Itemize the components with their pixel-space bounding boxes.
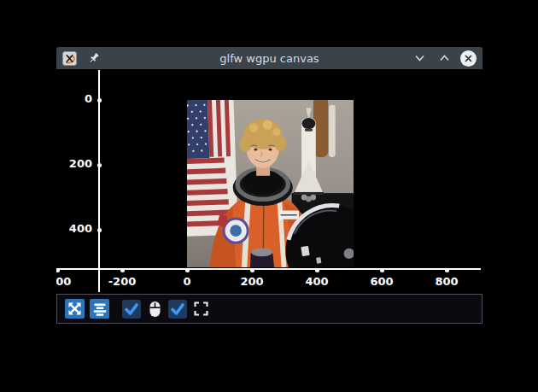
x-tick-dot	[185, 268, 190, 272]
y-tick-label: 400	[56, 222, 92, 235]
fullscreen-icon[interactable]	[192, 299, 209, 319]
x-tick-dot	[120, 268, 125, 272]
x-tick-dot	[380, 268, 384, 272]
maintain-aspect-checkbox[interactable]	[168, 300, 187, 319]
x-tick-dot	[315, 268, 319, 272]
close-icon	[464, 54, 473, 63]
autoscale-button[interactable]	[65, 299, 85, 319]
y-tick-label: 200	[56, 157, 92, 170]
y-tick-dot	[97, 163, 102, 167]
desktop-background: glfw wgpu canvas	[0, 0, 538, 392]
x-tick-label: -400	[56, 275, 71, 288]
y-axis-line	[98, 70, 100, 292]
pin-icon[interactable]	[88, 52, 100, 64]
minimize-button[interactable]	[411, 50, 428, 67]
y-tick-label: 0	[56, 92, 92, 105]
x-tick-label: -200	[108, 275, 137, 288]
x-tick-label: 0	[183, 275, 190, 288]
x-tick-label: 800	[435, 275, 458, 288]
center-scene-button[interactable]	[90, 299, 109, 319]
x-tick-dot	[56, 268, 60, 272]
checkmark-icon	[124, 301, 139, 317]
x-tick-label: 600	[370, 275, 393, 288]
x-tick-label: 400	[305, 275, 328, 288]
titlebar-controls	[411, 50, 477, 67]
close-button[interactable]	[460, 50, 477, 67]
x-tick-label: 200	[240, 275, 263, 288]
app-icon	[62, 51, 77, 66]
y-tick-dot	[97, 98, 102, 102]
mouse-icon	[146, 299, 163, 319]
wgpu-app-icon	[63, 52, 76, 65]
panzoom-checkbox[interactable]	[122, 300, 141, 319]
astronaut-portrait-image[interactable]	[187, 100, 354, 267]
app-window: glfw wgpu canvas	[56, 47, 482, 324]
y-tick-dot	[97, 228, 102, 232]
chevron-up-icon	[438, 53, 451, 63]
chevron-down-icon	[413, 53, 426, 63]
maximize-button[interactable]	[436, 50, 453, 67]
checkmark-icon	[170, 301, 185, 317]
x-tick-dot	[250, 268, 254, 272]
align-center-icon	[93, 302, 107, 316]
plot-canvas[interactable]: -400-20002004006008000200400	[56, 69, 482, 294]
imgui-toolbar	[56, 294, 482, 324]
x-tick-dot	[445, 268, 449, 272]
expand-arrows-icon	[68, 302, 81, 315]
titlebar[interactable]: glfw wgpu canvas	[56, 47, 482, 69]
